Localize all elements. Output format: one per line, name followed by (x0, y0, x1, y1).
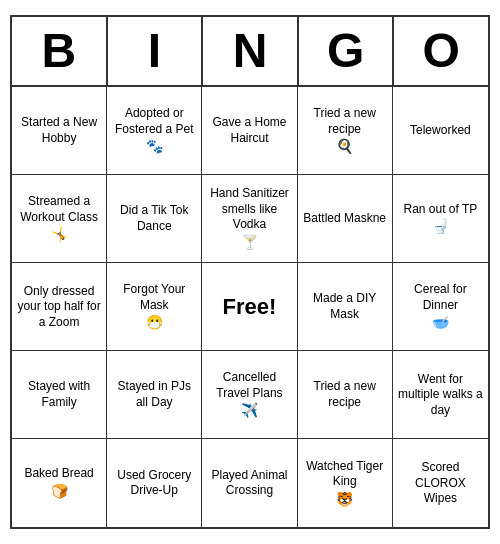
cell-text: Stayed in PJs all Day (111, 379, 197, 410)
cell-text: Adopted or Fostered a Pet🐾 (111, 106, 197, 156)
bingo-letter-o: O (394, 17, 488, 86)
bingo-letter-g: G (299, 17, 395, 86)
cell-text: Ran out of TP🚽 (403, 202, 477, 236)
cell-text: Tried a new recipe (302, 379, 388, 410)
bingo-cell-21[interactable]: Used Grocery Drive-Up (107, 439, 202, 527)
bingo-cell-3[interactable]: Tried a new recipe🍳 (298, 87, 393, 175)
cell-text: Stayed with Family (16, 379, 102, 410)
cell-text: Went for multiple walks a day (397, 372, 484, 419)
bingo-grid: Started a New HobbyAdopted or Fostered a… (12, 87, 488, 527)
bingo-cell-14[interactable]: Cereal for Dinner🥣 (393, 263, 488, 351)
cell-text: Started a New Hobby (16, 115, 102, 146)
cell-text: Cereal for Dinner🥣 (397, 282, 484, 332)
bingo-cell-15[interactable]: Stayed with Family (12, 351, 107, 439)
bingo-cell-7[interactable]: Hand Sanitizer smells like Vodka🍸 (202, 175, 297, 263)
cell-text: Hand Sanitizer smells like Vodka🍸 (206, 186, 292, 251)
bingo-cell-11[interactable]: Forgot Your Mask😷 (107, 263, 202, 351)
bingo-cell-23[interactable]: Watched Tiger King🐯 (298, 439, 393, 527)
bingo-cell-5[interactable]: Streamed a Workout Class🤸 (12, 175, 107, 263)
cell-text: Cancelled Travel Plans✈️ (206, 370, 292, 420)
bingo-cell-24[interactable]: Scored CLOROX Wipes (393, 439, 488, 527)
bingo-cell-6[interactable]: Did a Tik Tok Dance (107, 175, 202, 263)
bingo-cell-10[interactable]: Only dressed your top half for a Zoom (12, 263, 107, 351)
bingo-cell-12[interactable]: Free! (202, 263, 297, 351)
bingo-letter-i: I (108, 17, 204, 86)
cell-text: Scored CLOROX Wipes (397, 460, 484, 507)
cell-text: Watched Tiger King🐯 (302, 459, 388, 509)
cell-text: Made a DIY Mask (302, 291, 388, 322)
bingo-cell-22[interactable]: Played Animal Crossing (202, 439, 297, 527)
cell-text: Only dressed your top half for a Zoom (16, 284, 102, 331)
cell-text: Tried a new recipe🍳 (302, 106, 388, 156)
bingo-letter-b: B (12, 17, 108, 86)
bingo-header: BINGO (12, 17, 488, 88)
cell-text: Teleworked (410, 123, 471, 139)
bingo-cell-9[interactable]: Ran out of TP🚽 (393, 175, 488, 263)
bingo-cell-8[interactable]: Battled Maskne (298, 175, 393, 263)
bingo-cell-0[interactable]: Started a New Hobby (12, 87, 107, 175)
bingo-cell-2[interactable]: Gave a Home Haircut (202, 87, 297, 175)
bingo-cell-18[interactable]: Tried a new recipe (298, 351, 393, 439)
bingo-cell-1[interactable]: Adopted or Fostered a Pet🐾 (107, 87, 202, 175)
cell-text: Used Grocery Drive-Up (111, 468, 197, 499)
bingo-cell-16[interactable]: Stayed in PJs all Day (107, 351, 202, 439)
bingo-cell-19[interactable]: Went for multiple walks a day (393, 351, 488, 439)
cell-text: Did a Tik Tok Dance (111, 203, 197, 234)
bingo-cell-17[interactable]: Cancelled Travel Plans✈️ (202, 351, 297, 439)
cell-text: Free! (223, 293, 277, 322)
cell-text: Baked Bread🍞 (24, 466, 93, 500)
bingo-cell-4[interactable]: Teleworked (393, 87, 488, 175)
bingo-cell-20[interactable]: Baked Bread🍞 (12, 439, 107, 527)
cell-text: Battled Maskne (303, 211, 386, 227)
bingo-card: BINGO Started a New HobbyAdopted or Fost… (10, 15, 490, 530)
bingo-letter-n: N (203, 17, 299, 86)
bingo-cell-13[interactable]: Made a DIY Mask (298, 263, 393, 351)
cell-text: Gave a Home Haircut (206, 115, 292, 146)
cell-text: Forgot Your Mask😷 (111, 282, 197, 332)
cell-text: Streamed a Workout Class🤸 (16, 194, 102, 244)
cell-text: Played Animal Crossing (206, 468, 292, 499)
